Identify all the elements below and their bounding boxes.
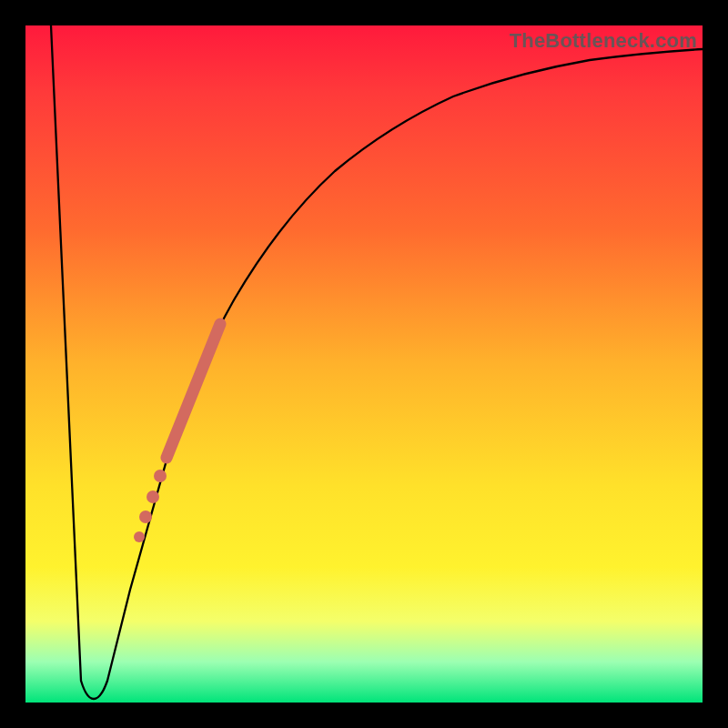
chart-frame: TheBottleneck.com <box>0 0 728 728</box>
bottleneck-curve <box>51 25 703 699</box>
curve-svg <box>25 25 703 703</box>
highlight-dot-3 <box>139 511 152 523</box>
highlight-segment <box>167 324 220 458</box>
highlight-dot-4 <box>134 531 145 542</box>
plot-area: TheBottleneck.com <box>25 25 703 703</box>
highlight-dot-1 <box>154 470 167 482</box>
highlight-dot-2 <box>147 490 159 503</box>
